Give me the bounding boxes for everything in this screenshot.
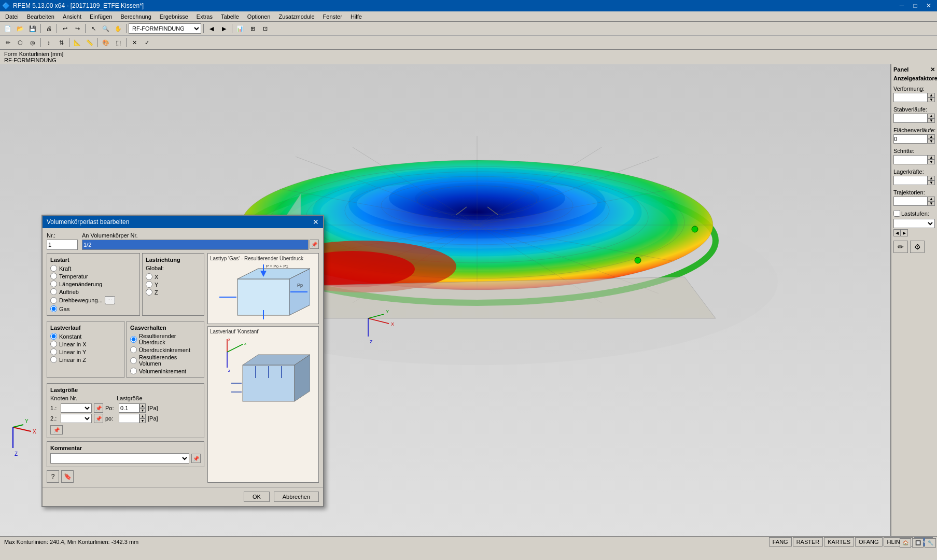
schritte-down[interactable]: ▼	[928, 160, 935, 164]
tb2-x[interactable]: ✕	[129, 37, 140, 48]
tb-redo[interactable]: ↪	[72, 23, 83, 34]
panel-edit-btn[interactable]: ✏	[893, 241, 908, 253]
flachenverlaufe-input[interactable]	[893, 134, 928, 144]
row1-value-input[interactable]	[119, 403, 139, 413]
lagerkrafte-input[interactable]	[893, 176, 928, 185]
lastverlauf-linear-y[interactable]: Linear in Y	[50, 348, 121, 355]
row2-spin-up[interactable]: ▲	[139, 414, 146, 418]
nr-input[interactable]	[47, 240, 78, 250]
row1-spin-up[interactable]: ▲	[139, 403, 146, 408]
viewport[interactable]: X Y Z X Y Z Volumenkörperlast bearbei	[0, 64, 890, 536]
gasverhalten-resultierender-uberdruck[interactable]: Resultierender Überdruck	[130, 333, 201, 345]
tb2-4[interactable]: ↕	[43, 37, 54, 48]
trajektorien-input[interactable]	[893, 197, 928, 206]
menu-extras[interactable]: Extras	[192, 12, 217, 21]
tb-pan[interactable]: ✋	[113, 23, 124, 34]
lastverlauf-linear-x[interactable]: Linear in X	[50, 341, 121, 347]
status-fang[interactable]: FANG	[769, 537, 792, 547]
tb-open[interactable]: 📂	[15, 23, 26, 34]
lastverlauf-linear-z[interactable]: Linear in Z	[50, 356, 121, 363]
row2-node-select[interactable]	[61, 414, 92, 423]
flachenverlaufe-up[interactable]: ▲	[928, 134, 935, 139]
drehbewegung-btn[interactable]: ⋯	[105, 296, 115, 304]
tb-new[interactable]: 📄	[2, 23, 13, 34]
lastverlauf-konstant[interactable]: Konstant	[50, 333, 121, 340]
ok-button[interactable]: OK	[244, 492, 270, 502]
menu-ergebnisse[interactable]: Ergebnisse	[156, 12, 192, 21]
tb2-2[interactable]: ⬡	[15, 37, 26, 48]
stabverlaufe-up[interactable]: ▲	[928, 114, 935, 118]
menu-fenster[interactable]: Fenster	[319, 12, 346, 21]
verformung-down[interactable]: ▼	[928, 97, 935, 102]
tb2-check[interactable]: ✓	[141, 37, 152, 48]
menu-zusatzmodule[interactable]: Zusatzmodule	[275, 12, 319, 21]
menu-ansicht[interactable]: Ansicht	[59, 12, 86, 21]
gasverhalten-uberdruckinkrement[interactable]: Überdruckinkrement	[130, 346, 201, 353]
laststufen-prev[interactable]: ◀	[893, 229, 901, 236]
tb-undo[interactable]: ↩	[59, 23, 71, 34]
stabverlaufe-input[interactable]	[893, 114, 928, 123]
lastart-kraft[interactable]: Kraft	[50, 265, 136, 272]
panel-close-icon[interactable]: ✕	[930, 66, 935, 73]
trajektorien-down[interactable]: ▼	[928, 201, 935, 206]
row1-node-select[interactable]	[61, 403, 92, 413]
tb2-7[interactable]: 📏	[84, 37, 95, 48]
tb-print[interactable]: 🖨	[43, 23, 54, 34]
dialog-close-btn[interactable]: ✕	[313, 218, 319, 226]
tb2-1[interactable]: ✏	[2, 37, 13, 48]
tb-select[interactable]: ↖	[88, 23, 99, 34]
status-raster[interactable]: RASTER	[793, 537, 823, 547]
row2-spin-down[interactable]: ▼	[139, 418, 146, 423]
row1-spin-down[interactable]: ▼	[139, 408, 146, 413]
tb-view2[interactable]: ⊡	[259, 23, 271, 34]
tb-view1[interactable]: ⊞	[247, 23, 258, 34]
tb-save[interactable]: 💾	[27, 23, 38, 34]
an-volumkorper-picker-btn[interactable]: 📌	[310, 240, 319, 249]
tb-prev[interactable]: ◀	[206, 23, 217, 34]
menu-berechnung[interactable]: Berechnung	[116, 12, 155, 21]
laststufen-next[interactable]: ▶	[901, 229, 908, 236]
trajektorien-up[interactable]: ▲	[928, 197, 935, 201]
gasverhalten-volumeninkrement[interactable]: Volumeninkrement	[130, 368, 201, 374]
row2-value-input[interactable]	[119, 414, 139, 423]
tb-zoom[interactable]: 🔍	[100, 23, 111, 34]
lagerkrafte-up[interactable]: ▲	[928, 176, 935, 180]
status-kartes[interactable]: KARTES	[824, 537, 854, 547]
laststufen-dropdown[interactable]	[893, 219, 935, 228]
extra-node-btn[interactable]: 📌	[50, 425, 63, 435]
kommentar-input[interactable]	[50, 453, 189, 464]
lastrichtung-y[interactable]: Y	[146, 281, 201, 288]
kommentar-btn[interactable]: 📌	[191, 454, 201, 463]
lastrichtung-z[interactable]: Z	[146, 289, 201, 296]
tb2-wire[interactable]: ⬚	[113, 37, 124, 48]
panel-settings-btn[interactable]: ⚙	[910, 241, 925, 253]
maximize-button[interactable]: □	[909, 1, 921, 10]
lastrichtung-x[interactable]: X	[146, 273, 201, 280]
tb-next[interactable]: ▶	[218, 23, 230, 34]
minimize-button[interactable]: ─	[896, 1, 908, 10]
menu-datei[interactable]: Datei	[1, 12, 23, 21]
abbrechen-button[interactable]: Abbrechen	[274, 492, 319, 502]
verformung-input[interactable]	[893, 93, 928, 102]
lastart-temperatur[interactable]: Temperatur	[50, 273, 136, 279]
row1-node-btn[interactable]: 📌	[94, 403, 103, 413]
verformung-up[interactable]: ▲	[928, 93, 935, 97]
schritte-up[interactable]: ▲	[928, 155, 935, 160]
help-icon-btn[interactable]: ?	[47, 470, 59, 483]
tb-3d[interactable]: 📊	[234, 23, 246, 34]
tb2-render[interactable]: 🎨	[100, 37, 111, 48]
close-button[interactable]: ✕	[922, 1, 935, 10]
lagerkrafte-down[interactable]: ▼	[928, 180, 935, 185]
status-ofang[interactable]: OFANG	[855, 537, 883, 547]
laststufen-checkbox[interactable]	[893, 210, 900, 217]
flachenverlaufe-down[interactable]: ▼	[928, 139, 935, 144]
schritte-input[interactable]	[893, 155, 928, 164]
lastart-laengenanderung[interactable]: Längenänderung	[50, 281, 136, 287]
menu-hilfe[interactable]: Hilfe	[346, 12, 366, 21]
lastart-gas[interactable]: Gas	[50, 305, 136, 312]
lastart-drehbewegung[interactable]: Drehbewegung... ⋯	[50, 296, 136, 304]
stabverlaufe-down[interactable]: ▼	[928, 118, 935, 123]
bookmark-icon-btn[interactable]: 🔖	[61, 470, 74, 483]
an-volumkorper-input[interactable]	[82, 240, 309, 250]
gasverhalten-resultierendes-volumen[interactable]: Resultierendes Volumen	[130, 354, 201, 367]
